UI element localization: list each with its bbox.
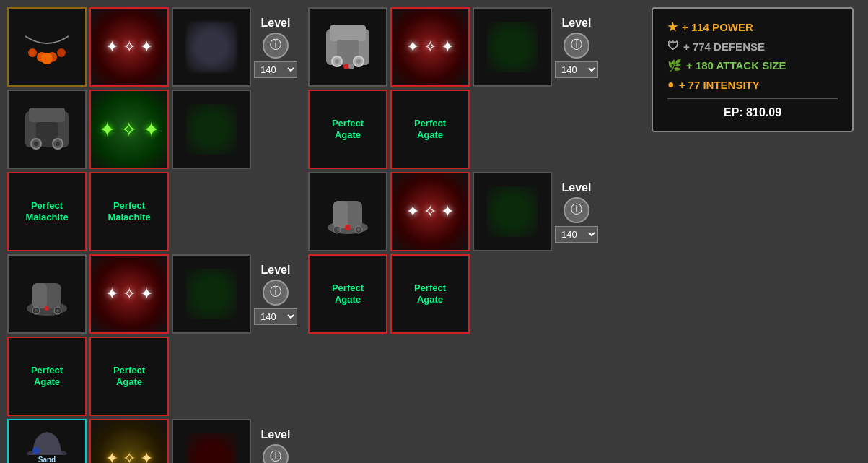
- defense-value: + 774 DEFENSE: [683, 40, 765, 53]
- right-gem-row-2: PerfectAgate PerfectAgate: [308, 254, 598, 334]
- ep-value: EP: 810.09: [667, 106, 838, 119]
- svg-point-37: [337, 228, 340, 231]
- equipment-row-4: ✦ ✧ ✦ Level ⓘ 140: [7, 254, 297, 334]
- level-select-1[interactable]: 140: [254, 61, 297, 78]
- right-level-select-2[interactable]: 140: [555, 226, 598, 243]
- info-button-1[interactable]: ⓘ: [263, 33, 289, 59]
- gem-slot-blur-2: [172, 90, 251, 169]
- svg-rect-14: [32, 283, 47, 308]
- info-button-2[interactable]: ⓘ: [263, 280, 289, 306]
- intensity-value: + 77 INTENSITY: [679, 79, 760, 91]
- level-label-2: Level: [261, 264, 291, 277]
- svg-point-29: [343, 64, 349, 69]
- gem-slot-blur-1: [172, 7, 251, 87]
- star-icon: ★: [667, 20, 678, 34]
- boots-slot: [7, 254, 87, 334]
- right-gem-agate-3-text: PerfectAgate: [329, 280, 367, 308]
- right-blur-2: [473, 172, 552, 251]
- right-blur-1: [473, 7, 552, 87]
- right-gem-agate-1-text: PerfectAgate: [329, 115, 367, 143]
- right-armor-slot: [308, 7, 387, 87]
- svg-point-30: [348, 64, 354, 69]
- orange-circle-icon: ●: [667, 78, 675, 91]
- leaf-icon: 🌿: [667, 59, 682, 72]
- right-gem-agate-4-text: PerfectAgate: [411, 280, 449, 308]
- svg-point-17: [35, 309, 38, 312]
- power-value: + 114 POWER: [682, 21, 753, 33]
- gem-malachite-2: PerfectMalachite: [89, 172, 169, 251]
- gem-row-agate-1: PerfectAgate PerfectAgate: [7, 337, 297, 416]
- stat-defense-line: 🛡 + 774 DEFENSE: [667, 40, 838, 53]
- gem-agate-1-text: PerfectAgate: [28, 362, 66, 390]
- level-label-1: Level: [261, 17, 291, 30]
- right-level-control-1: Level ⓘ 140: [555, 17, 598, 78]
- scroll-slot-2: ✦ ✧ ✦: [89, 254, 169, 334]
- svg-rect-33: [333, 201, 348, 228]
- svg-point-3: [57, 48, 66, 57]
- svg-point-0: [28, 48, 37, 57]
- shield-icon: 🛡: [667, 40, 679, 53]
- right-gem-agate-1: PerfectAgate: [308, 90, 387, 169]
- svg-point-11: [56, 142, 60, 146]
- scroll-slot-1: ✦ ✧ ✦: [89, 7, 169, 87]
- level-label-3: Level: [261, 428, 291, 441]
- right-info-button-1[interactable]: ⓘ: [564, 33, 589, 59]
- svg-point-19: [45, 306, 49, 311]
- info-button-3[interactable]: ⓘ: [263, 444, 289, 464]
- stat-intensity-line: ● + 77 INTENSITY: [667, 78, 838, 91]
- level-control-2: Level ⓘ 140: [254, 264, 297, 325]
- svg-rect-6: [29, 108, 65, 122]
- stat-power-line: ★ + 114 POWER: [667, 20, 838, 34]
- right-scroll-1: ✦ ✧ ✦: [390, 7, 470, 87]
- hat-label: SandArcmancerHat: [28, 455, 66, 464]
- gem-agate-2: PerfectAgate: [89, 337, 169, 416]
- right-equip-row-1: ✦ ✧ ✦ Level ⓘ 140: [308, 7, 598, 87]
- hat-slot: SandArcmancerHat: [7, 419, 87, 463]
- right-gem-agate-2-text: PerfectAgate: [411, 115, 449, 143]
- svg-point-21: [32, 447, 40, 454]
- equipment-row-6: SandArcmancerHat ✦ ✧ ✦ Level ⓘ: [7, 419, 297, 463]
- svg-point-36: [345, 225, 351, 230]
- right-gem-agate-4: PerfectAgate: [390, 254, 470, 334]
- scroll-slot-gold: ✦ ✧ ✦: [89, 419, 169, 463]
- right-info-button-2[interactable]: ⓘ: [564, 197, 589, 223]
- right-gem-agate-2: PerfectAgate: [390, 90, 470, 169]
- gem-row-malachite: PerfectMalachite PerfectMalachite: [7, 172, 297, 251]
- right-level-select-1[interactable]: 140: [555, 61, 598, 78]
- level-select-2[interactable]: 140: [254, 308, 297, 325]
- stat-divider: [667, 98, 838, 99]
- right-gem-agate-3: PerfectAgate: [308, 254, 387, 334]
- stats-panel: ★ + 114 POWER 🛡 + 774 DEFENSE 🌿 + 180 AT…: [652, 7, 854, 132]
- right-boots-slot: [308, 172, 387, 251]
- equipment-row-1: ✦ ✧ ✦ Level ⓘ 140: [7, 7, 297, 87]
- svg-point-27: [335, 59, 339, 64]
- gem-malachite-1: PerfectMalachite: [7, 172, 87, 251]
- attack-value: + 180 ATTACK SIZE: [686, 59, 786, 72]
- right-equip-row-3: ✦ ✧ ✦ Level ⓘ 140: [308, 172, 598, 251]
- armor-slot: [7, 90, 87, 169]
- svg-point-4: [41, 53, 53, 64]
- right-gem-row-1: PerfectAgate PerfectAgate: [308, 90, 598, 169]
- svg-point-28: [356, 59, 361, 64]
- gem-agate-2-text: PerfectAgate: [110, 362, 148, 390]
- level-control-3: Level ⓘ 140: [254, 428, 297, 464]
- right-level-label-1: Level: [562, 17, 592, 30]
- right-level-label-2: Level: [562, 181, 592, 194]
- gem-malachite-2-text: PerfectMalachite: [105, 197, 153, 225]
- svg-point-38: [357, 228, 360, 231]
- gem-agate-1: PerfectAgate: [7, 337, 87, 416]
- gem-slot-blur-3: [172, 254, 251, 334]
- svg-point-18: [56, 309, 59, 312]
- scroll-slot-green: ✦ ✧ ✦: [89, 90, 169, 169]
- gem-slot-blur-dark: [172, 419, 251, 463]
- right-level-control-2: Level ⓘ 140: [555, 181, 598, 243]
- level-control-1: Level ⓘ 140: [254, 17, 297, 78]
- svg-point-10: [34, 142, 38, 146]
- svg-rect-23: [330, 25, 366, 41]
- right-scroll-2: ✦ ✧ ✦: [390, 172, 470, 251]
- gem-malachite-1-text: PerfectMalachite: [22, 197, 71, 225]
- necklace-slot: [7, 7, 87, 87]
- stat-attack-line: 🌿 + 180 ATTACK SIZE: [667, 59, 838, 72]
- equipment-row-2: ✦ ✧ ✦: [7, 90, 297, 169]
